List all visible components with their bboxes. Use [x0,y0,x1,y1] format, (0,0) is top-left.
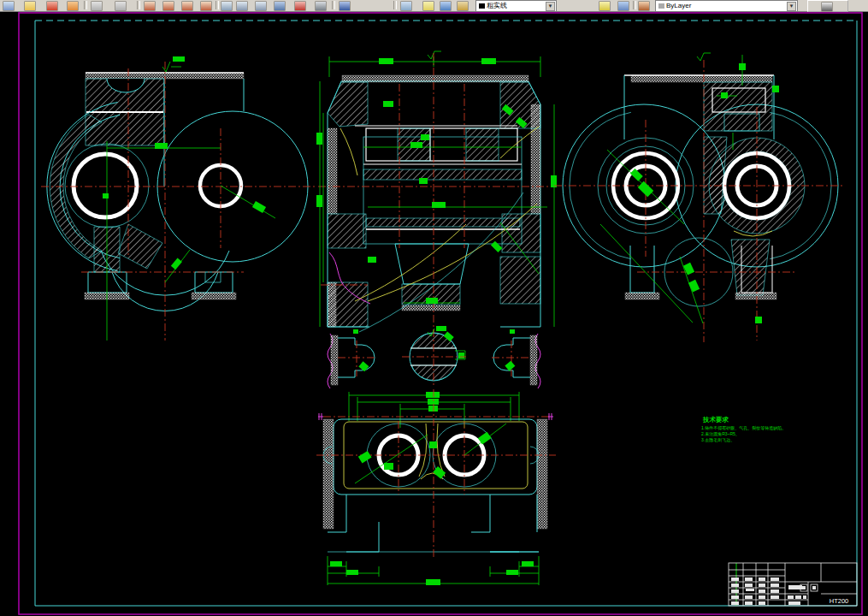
section-view [316,51,557,334]
layer-freeze-icon[interactable] [440,1,452,11]
zoom-realtime-icon[interactable] [144,1,156,11]
zoom-previous-icon[interactable] [181,1,193,11]
erase-icon[interactable] [294,1,306,11]
dim-style-button[interactable] [807,0,848,12]
info-icon[interactable] [339,1,351,11]
grid-icon[interactable] [315,1,327,11]
properties-icon[interactable] [638,1,650,11]
tech-requirements-line: 3.去除毛刺飞边。 [701,437,735,443]
rear-view [554,53,842,342]
layer-dropdown[interactable]: 粗实线 ▼ [475,0,557,12]
open-icon[interactable] [24,1,36,11]
block-icon[interactable] [255,1,267,11]
pan-icon[interactable] [200,1,212,11]
layer-dropdown-value: 粗实线 [487,2,507,9]
layer-lock-icon[interactable] [457,1,469,11]
title-block: HT200 [729,563,857,606]
separator [332,1,335,9]
drawing-area[interactable]: 技术要求 1.铸件不得有砂眼、气孔、裂纹等铸造缺陷。 2.未注圆角R3~R5。 … [0,12,868,616]
detail-view-right [492,329,540,388]
layer-on-icon[interactable] [422,1,434,11]
chevron-down-icon[interactable]: ▼ [546,2,555,11]
redo-icon[interactable] [115,1,127,11]
separator [84,1,87,9]
front-view [41,56,315,341]
print-icon[interactable] [67,1,79,11]
detail-view-center [402,326,466,385]
color-dropdown-value: ByLayer [666,2,691,9]
separator [216,1,219,9]
save-icon[interactable] [46,1,58,11]
roughness-icon [697,53,711,61]
layer-color-swatch [479,3,485,9]
toolbar: 粗实线 ▼ ByLayer ▼ [0,0,868,12]
tech-requirements-line: 2.未注圆角R3~R5。 [701,431,740,437]
undo-icon[interactable] [91,1,103,11]
detail-view-left [328,329,376,388]
separator [393,1,397,9]
color-swatch [658,3,664,9]
zoom-window-icon[interactable] [162,1,174,11]
separator [137,1,140,9]
table-icon[interactable] [236,1,248,11]
tech-requirements: 技术要求 1.铸件不得有砂眼、气孔、裂纹等铸造缺陷。 2.未注圆角R3~R5。 … [701,416,786,443]
drawing-canvas[interactable]: 技术要求 1.铸件不得有砂眼、气孔、裂纹等铸造缺陷。 2.未注圆角R3~R5。 … [0,12,868,616]
text-icon[interactable] [221,1,233,11]
new-icon[interactable] [3,1,15,11]
tech-requirements-line: 1.铸件不得有砂眼、气孔、裂纹等铸造缺陷。 [701,425,786,431]
color-dropdown[interactable]: ByLayer ▼ [655,0,798,12]
dim-style-icon [821,2,833,12]
tech-requirements-title: 技术要求 [702,416,729,424]
make-layer-icon[interactable] [599,1,611,11]
roughness-icon [428,51,441,59]
top-view [316,389,556,585]
hatch-icon[interactable] [274,1,286,11]
layers-icon[interactable] [400,1,412,11]
material-label: HT200 [830,597,849,605]
chevron-down-icon[interactable]: ▼ [787,2,796,11]
separator [633,1,636,9]
layer-prev-icon[interactable] [617,1,629,11]
